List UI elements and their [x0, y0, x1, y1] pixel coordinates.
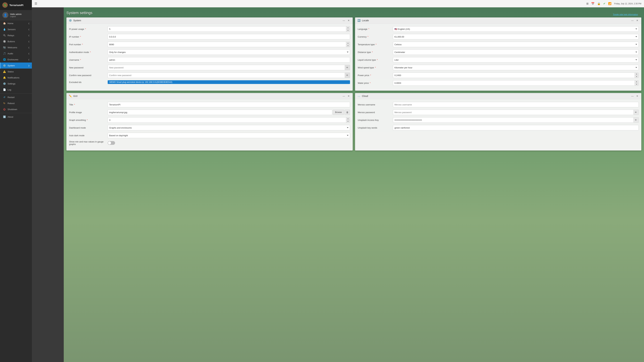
new-password-field[interactable]	[108, 65, 350, 70]
dashboard-mode-label: Dashboard mode	[69, 126, 106, 129]
locale-card-title: Locale	[362, 19, 369, 22]
profile-image-field[interactable]	[108, 110, 332, 115]
graph-smoothing-input: ▲ ▼	[108, 117, 350, 123]
new-password-row: New password 👁	[69, 65, 350, 70]
language-select[interactable]: 🇺🇸 English (US) 🇩🇪 German 🇳🇱 Dutch	[393, 26, 639, 32]
logout-button[interactable]: Logout	[10, 15, 22, 17]
ip-number-field[interactable]	[108, 34, 350, 39]
wind-speed-label: Wind speed type *	[358, 66, 391, 69]
graph-smoothing-down-btn[interactable]: ▼	[346, 120, 350, 123]
meross-username-field[interactable]	[393, 102, 639, 107]
locale-close-button[interactable]: ✕	[636, 19, 639, 22]
port-number-label: Port number *	[69, 43, 106, 46]
liquid-volume-row: Liquid volume type * Liter Gallon	[358, 57, 639, 62]
system-minimize-button[interactable]: —	[342, 19, 346, 22]
unsplash-key-group: 👁	[393, 117, 639, 123]
cloud-minimize-button[interactable]: —	[630, 94, 634, 98]
title-field[interactable]	[108, 102, 350, 107]
browse-button[interactable]: Browse	[333, 110, 344, 115]
title-row: Title *	[69, 102, 350, 107]
power-price-input: ▲ ▼	[393, 72, 639, 78]
sidebar-item-home[interactable]: 🏠 Home ❮	[0, 20, 32, 26]
show-min-max-toggle[interactable]	[108, 141, 115, 145]
port-down-btn[interactable]: ▼	[346, 44, 350, 47]
sidebar-item-status[interactable]: ⚠️ Status	[0, 68, 32, 75]
power-price-field[interactable]	[393, 72, 634, 78]
pi-power-up-btn[interactable]: ▲	[346, 26, 350, 29]
sidebar-item-shutdown[interactable]: ⏻ Shutdown	[0, 106, 32, 112]
pi-power-down-btn[interactable]: ▼	[346, 29, 350, 32]
sidebar-item-system[interactable]: ⚙️ System ❯	[0, 62, 32, 68]
dashboard-mode-select[interactable]: Graphs and enclosures Graphs only Enclos…	[108, 125, 350, 130]
distance-select[interactable]: Centimeter Inch	[393, 49, 639, 55]
new-password-toggle-btn[interactable]: 👁	[345, 65, 350, 70]
auth-mode-select[interactable]: Disabled Only for changes Always	[108, 49, 350, 55]
gui-close-button[interactable]: ✕	[347, 94, 350, 98]
water-price-down-btn[interactable]: ▼	[635, 83, 638, 86]
auth-mode-row: Authentication mode * Disabled Only for …	[69, 49, 350, 55]
unsplash-keywords-row: Unsplash key words	[358, 125, 639, 130]
unsplash-key-toggle-btn[interactable]: 👁	[633, 117, 639, 123]
cloud-close-button[interactable]: ✕	[636, 94, 639, 98]
port-up-btn[interactable]: ▲	[346, 42, 350, 44]
sidebar-item-audio[interactable]: 🎵 Audio ❮	[0, 50, 32, 56]
calendar-icon[interactable]: 📅	[591, 2, 594, 5]
excluded-tag[interactable]: WEMO Smart plug wemotest device ip: 192.…	[108, 80, 350, 84]
auto-dark-mode-select[interactable]: Based on day/night Always dark Always li…	[108, 133, 350, 138]
temperature-select[interactable]: Celsius Fahrenheit	[393, 42, 639, 47]
delete-profile-image-button[interactable]: 🗑	[345, 110, 350, 115]
sidebar-item-relays[interactable]: 🔌 Relays ❮	[0, 32, 32, 38]
power-price-down-btn[interactable]: ▼	[635, 75, 638, 78]
sidebar-item-log[interactable]: 📄 Log	[0, 87, 32, 93]
excluded-ids-area: WEMO Smart plug wemotest device ip: 192.…	[108, 80, 350, 84]
sidebar-item-sensors[interactable]: 💧 Sensors ❮	[0, 26, 32, 32]
sidebar-item-buttons[interactable]: 🔘 Buttons ❮	[0, 38, 32, 44]
locale-card: 🔤 Locale — ✕ Language *	[355, 17, 641, 91]
locale-card-body: Language * 🇺🇸 English (US) 🇩🇪 German 🇳🇱 …	[355, 24, 641, 91]
water-price-field[interactable]	[393, 80, 634, 86]
menu-icon[interactable]: ☰	[34, 2, 37, 5]
meross-password-field[interactable]	[393, 110, 633, 115]
lock-icon[interactable]: 🔒	[597, 2, 600, 5]
unsplash-keywords-field[interactable]	[393, 125, 639, 130]
meross-password-toggle-btn[interactable]: 👁	[633, 110, 639, 115]
power-price-up-btn[interactable]: ▲	[635, 73, 638, 75]
liquid-volume-label: Liquid volume type *	[358, 59, 391, 61]
confirm-password-toggle-btn[interactable]: 👁	[345, 72, 350, 78]
sidebar-item-reboot[interactable]: ↻ Reboot	[0, 100, 32, 106]
pi-power-field[interactable]	[108, 26, 346, 32]
water-price-up-btn[interactable]: ▲	[635, 80, 638, 83]
wind-speed-select[interactable]: Kilometer per hour Miles per hour	[393, 65, 639, 70]
graph-smoothing-up-btn[interactable]: ▲	[346, 117, 350, 120]
sidebar-item-settings[interactable]: ⚙️ Settings	[0, 81, 32, 87]
port-number-field[interactable]	[108, 42, 346, 47]
reboot-icon: ↻	[3, 102, 6, 105]
gui-minimize-button[interactable]: —	[342, 94, 346, 98]
wifi-icon[interactable]: 📶	[608, 2, 612, 5]
sidebar-item-notifications[interactable]: 🔔 Notifications	[0, 75, 32, 81]
meross-password-group: 👁	[393, 110, 639, 115]
sidebar-item-about[interactable]: ℹ️ About	[0, 114, 32, 120]
locale-minimize-button[interactable]: —	[630, 19, 634, 22]
port-number-row: Port number * ▲ ▼	[69, 42, 350, 47]
unsplash-key-field[interactable]	[393, 117, 633, 123]
grid-icon[interactable]: ⊞	[586, 2, 588, 5]
check-icon[interactable]: ✔	[603, 2, 606, 5]
system-card-header: ⚙️ System — ✕	[66, 17, 353, 24]
username-field[interactable]	[108, 57, 350, 62]
chevron-icon: ❮	[28, 53, 30, 54]
help-link[interactable]: Toggle side help information	[613, 13, 638, 16]
currency-select[interactable]: €1,000.00 $1,000.00 £1,000.00	[393, 34, 639, 39]
profile-image-group: Browse 🗑	[108, 110, 350, 115]
auth-mode-label: Authentication mode *	[69, 51, 106, 53]
chevron-down-icon: ❯	[28, 65, 30, 66]
gui-card-header: ✏️ GUI — ✕	[66, 93, 353, 99]
system-card-body: Pi power usage * ▲ ▼	[66, 24, 353, 89]
sidebar-item-restart[interactable]: ↺ Restart	[0, 94, 32, 100]
system-close-button[interactable]: ✕	[347, 19, 350, 22]
graph-smoothing-field[interactable]	[108, 117, 346, 123]
confirm-password-field[interactable]	[108, 72, 350, 78]
liquid-volume-select[interactable]: Liter Gallon	[393, 57, 639, 62]
sidebar-item-enclosures[interactable]: 🌐 Enclosures ❮	[0, 56, 32, 62]
sidebar-item-webcams[interactable]: 📷 Webcams ❮	[0, 44, 32, 50]
